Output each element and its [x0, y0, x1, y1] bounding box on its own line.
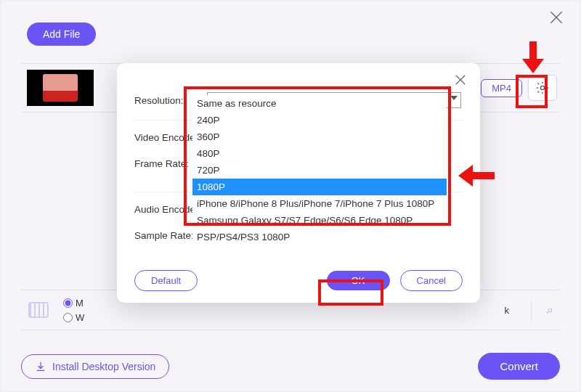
resolution-option[interactable]: PSP/PS4/PS3 1080P [192, 229, 447, 245]
dialog-close-icon[interactable] [454, 73, 467, 86]
convert-button[interactable]: Convert [478, 353, 560, 380]
svg-marker-2 [458, 165, 495, 187]
resolution-option[interactable]: 480P [192, 145, 447, 162]
default-button[interactable]: Default [134, 270, 198, 291]
cancel-button[interactable]: Cancel [400, 270, 463, 291]
resolution-option[interactable]: 240P [192, 112, 447, 128]
svg-marker-1 [522, 41, 544, 73]
music-icon[interactable] [531, 301, 553, 321]
chevron-down-icon [450, 96, 458, 100]
resolution-option[interactable]: Same as resource [192, 95, 447, 112]
add-file-button[interactable]: Add File [27, 23, 96, 46]
ok-button[interactable]: OK [327, 271, 390, 290]
install-desktop-button[interactable]: Install Desktop Version [21, 354, 169, 379]
radio-option-1[interactable]: M [63, 295, 84, 310]
video-thumbnail[interactable] [27, 70, 94, 106]
output-format-button[interactable]: MP4 [481, 79, 522, 97]
gear-icon [535, 81, 550, 95]
resolution-option[interactable]: 360P [192, 128, 447, 145]
resolution-option[interactable]: 1080P [192, 179, 447, 195]
footer: Install Desktop Version Convert [21, 353, 560, 380]
film-icon [28, 302, 49, 318]
resolution-dropdown[interactable]: Same as resource240P360P480P720P1080PiPh… [192, 95, 447, 245]
download-icon [35, 361, 46, 372]
resolution-option[interactable]: 720P [192, 162, 447, 179]
svg-point-0 [540, 86, 544, 89]
resolution-option[interactable]: iPhone 8/iPhone 8 Plus/iPhone 7/iPhone 7… [192, 195, 447, 212]
close-icon[interactable] [548, 9, 564, 25]
right-suffix: k [505, 305, 510, 316]
settings-button[interactable] [528, 75, 557, 101]
radio-option-2[interactable]: W [63, 310, 84, 324]
annotation-arrow-left [457, 165, 495, 187]
annotation-arrow-down [522, 41, 544, 75]
resolution-option[interactable]: Samsung Galaxy S7/S7 Edge/S6/S6 Edge 108… [192, 212, 447, 229]
